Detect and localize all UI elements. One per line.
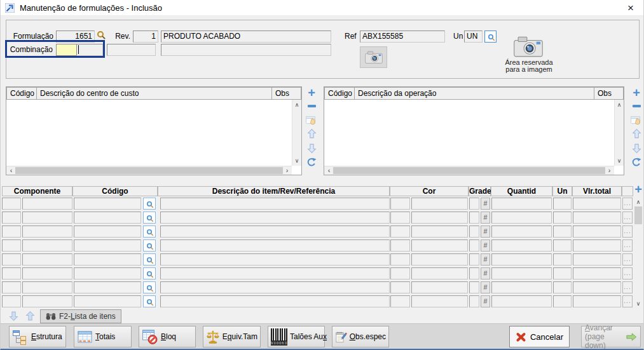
cell-cor-b[interactable]	[411, 198, 468, 210]
row-more-button[interactable]: ...	[622, 253, 633, 266]
cancelar-button[interactable]: Cancelar	[509, 326, 570, 347]
item-search-button[interactable]	[143, 212, 156, 224]
cell-componente-a[interactable]	[2, 212, 21, 224]
cell-vlr-total[interactable]	[573, 225, 621, 238]
cell-descricao[interactable]	[160, 253, 390, 266]
produto-field[interactable]: PRODUTO ACABADO	[161, 30, 331, 43]
cell-codigo[interactable]	[74, 267, 141, 279]
cell-componente-b[interactable]	[22, 198, 72, 210]
cell-componente-b[interactable]	[22, 267, 72, 279]
close-icon[interactable]: ×	[623, 1, 638, 15]
cell-quantid[interactable]	[491, 267, 552, 279]
cost-center-list[interactable]	[6, 100, 292, 166]
cell-componente-b[interactable]	[22, 225, 72, 238]
cell-un[interactable]	[553, 253, 572, 266]
item-search-button[interactable]	[143, 295, 156, 307]
move-up-icon[interactable]	[631, 128, 642, 139]
cell-vlr-total[interactable]	[573, 267, 621, 279]
add-icon[interactable]: +	[308, 88, 315, 98]
cell-cor-a[interactable]	[390, 225, 410, 238]
cell-componente-b[interactable]	[22, 281, 72, 293]
equiv-tam-button[interactable]: Equiv.Tam	[203, 326, 261, 347]
row-more-button[interactable]: ...	[622, 267, 633, 279]
cell-quantid[interactable]	[491, 212, 552, 224]
operations-vscrollbar[interactable]: ∧ ∨	[614, 100, 624, 166]
cell-componente-a[interactable]	[2, 281, 21, 293]
cell-cor-b[interactable]	[411, 225, 468, 238]
rev-field[interactable]: 1	[133, 30, 158, 43]
cell-descricao[interactable]	[160, 198, 390, 210]
cell-cor-b[interactable]	[411, 212, 468, 224]
item-search-button[interactable]	[143, 267, 156, 279]
cell-cor-a[interactable]	[390, 198, 410, 210]
cell-vlr-total[interactable]	[573, 281, 621, 293]
row-more-button[interactable]: ...	[622, 239, 633, 252]
cell-componente-a[interactable]	[2, 198, 21, 210]
estrutura-button[interactable]: Estrutura	[9, 326, 66, 347]
scroll-up-icon[interactable]: ∧	[615, 101, 624, 109]
cell-un[interactable]	[553, 267, 572, 279]
cell-grade[interactable]	[469, 281, 479, 293]
cell-componente-b[interactable]	[22, 212, 72, 224]
row-more-button[interactable]: ...	[622, 281, 633, 293]
cell-cor-b[interactable]	[411, 281, 468, 293]
f2-item-list-tab[interactable]: F2-Lista de itens	[40, 309, 121, 323]
grade-button[interactable]: #	[481, 253, 490, 266]
cell-vlr-total[interactable]	[573, 212, 621, 224]
cell-un[interactable]	[553, 212, 572, 224]
cell-cor-b[interactable]	[411, 295, 468, 307]
cell-componente-b[interactable]	[22, 239, 72, 252]
cell-componente-a[interactable]	[2, 225, 21, 238]
scroll-right-icon[interactable]: ›	[605, 166, 613, 175]
cell-cor-a[interactable]	[390, 295, 410, 307]
avancar-button[interactable]: Avançar (page down)	[581, 326, 641, 347]
cell-vlr-total[interactable]	[573, 295, 621, 307]
cell-cor-b[interactable]	[411, 267, 468, 279]
cost-center-hscrollbar[interactable]: ‹ ›	[6, 166, 292, 175]
scroll-down-icon[interactable]: ∨	[634, 300, 643, 307]
cell-un[interactable]	[553, 225, 572, 238]
combinacao-desc-field[interactable]	[161, 44, 331, 56]
cell-codigo[interactable]	[74, 212, 141, 224]
cell-componente-a[interactable]	[2, 295, 21, 307]
combinacao-rev-field[interactable]	[107, 44, 156, 56]
cell-descricao[interactable]	[160, 225, 390, 238]
cell-grade[interactable]	[469, 198, 479, 210]
row-more-button[interactable]: ...	[622, 198, 633, 210]
cell-quantid[interactable]	[491, 239, 552, 252]
grade-button[interactable]: #	[481, 212, 490, 224]
cell-grade[interactable]	[469, 295, 479, 307]
scroll-up-icon[interactable]: ∧	[292, 101, 301, 109]
grade-button[interactable]: #	[481, 239, 490, 252]
refresh-icon[interactable]	[306, 158, 317, 167]
nav-down-icon[interactable]	[8, 311, 19, 321]
grade-button[interactable]: #	[481, 225, 490, 238]
cell-quantid[interactable]	[491, 198, 552, 210]
cell-cor-a[interactable]	[390, 281, 410, 293]
combinacao-field[interactable]	[56, 44, 77, 56]
photo-button[interactable]	[360, 46, 387, 68]
cell-un[interactable]	[553, 295, 572, 307]
nav-up-icon[interactable]	[25, 311, 36, 321]
row-more-button[interactable]: ...	[622, 212, 633, 224]
cell-descricao[interactable]	[160, 281, 390, 293]
vscroll-thumb[interactable]	[634, 206, 642, 224]
cell-componente-a[interactable]	[2, 267, 21, 279]
remove-icon[interactable]	[633, 105, 641, 107]
edit-icon[interactable]	[631, 114, 642, 125]
cell-grade[interactable]	[469, 267, 479, 279]
un-search-button[interactable]	[484, 30, 497, 43]
cell-quantid[interactable]	[491, 295, 552, 307]
grid-add-icon[interactable]: +	[633, 184, 643, 194]
item-search-button[interactable]	[143, 281, 156, 293]
cell-descricao[interactable]	[160, 239, 390, 252]
cell-quantid[interactable]	[491, 225, 552, 238]
move-down-icon[interactable]	[306, 143, 317, 154]
cell-un[interactable]	[553, 198, 572, 210]
combinacao-field-2[interactable]	[76, 44, 103, 56]
cell-codigo[interactable]	[74, 225, 141, 238]
cell-grade[interactable]	[469, 253, 479, 266]
operations-hscrollbar[interactable]: ‹ ›	[324, 166, 614, 175]
cell-un[interactable]	[553, 281, 572, 293]
cell-componente-a[interactable]	[2, 253, 21, 266]
